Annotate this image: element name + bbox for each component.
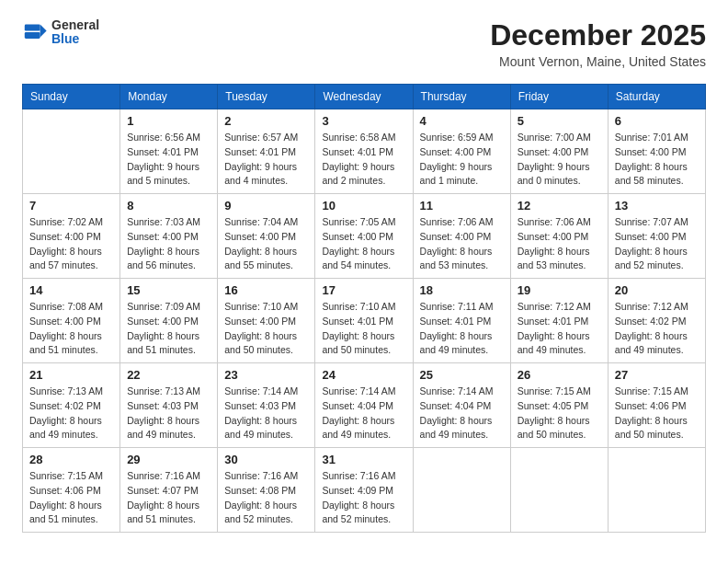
calendar-cell: 26Sunrise: 7:15 AMSunset: 4:05 PMDayligh…	[510, 363, 608, 448]
day-number: 3	[322, 114, 405, 128]
calendar-week-row: 7Sunrise: 7:02 AMSunset: 4:00 PMDaylight…	[23, 194, 706, 279]
day-number: 27	[615, 368, 699, 382]
day-number: 10	[322, 199, 405, 213]
day-info: Sunrise: 6:56 AMSunset: 4:01 PMDaylight:…	[127, 131, 210, 189]
calendar-cell: 15Sunrise: 7:09 AMSunset: 4:00 PMDayligh…	[120, 279, 218, 363]
day-info: Sunrise: 6:58 AMSunset: 4:01 PMDaylight:…	[322, 131, 405, 189]
weekday-header: Tuesday	[218, 85, 315, 109]
calendar-cell: 30Sunrise: 7:16 AMSunset: 4:08 PMDayligh…	[218, 448, 315, 533]
weekday-header-row: SundayMondayTuesdayWednesdayThursdayFrid…	[23, 85, 706, 109]
calendar-week-row: 14Sunrise: 7:08 AMSunset: 4:00 PMDayligh…	[23, 279, 706, 363]
day-number: 5	[518, 114, 601, 128]
calendar-week-row: 28Sunrise: 7:15 AMSunset: 4:06 PMDayligh…	[23, 448, 706, 533]
day-number: 30	[224, 453, 308, 466]
day-number: 22	[127, 368, 210, 382]
day-info: Sunrise: 7:13 AMSunset: 4:03 PMDaylight:…	[127, 385, 210, 442]
day-number: 23	[224, 368, 308, 382]
calendar-cell: 4Sunrise: 6:59 AMSunset: 4:00 PMDaylight…	[413, 109, 510, 194]
calendar-cell: 16Sunrise: 7:10 AMSunset: 4:00 PMDayligh…	[218, 279, 315, 363]
calendar-cell: 11Sunrise: 7:06 AMSunset: 4:00 PMDayligh…	[413, 194, 510, 279]
calendar-cell: 19Sunrise: 7:12 AMSunset: 4:01 PMDayligh…	[510, 279, 608, 363]
day-info: Sunrise: 7:16 AMSunset: 4:07 PMDaylight:…	[127, 469, 210, 527]
day-number: 31	[322, 453, 405, 466]
day-info: Sunrise: 7:07 AMSunset: 4:00 PMDaylight:…	[615, 215, 699, 273]
day-number: 12	[518, 199, 601, 213]
title-section: December 2025 Mount Vernon, Maine, Unite…	[490, 18, 706, 69]
day-number: 4	[420, 114, 504, 128]
calendar-cell: 27Sunrise: 7:15 AMSunset: 4:06 PMDayligh…	[608, 363, 705, 448]
calendar-cell	[608, 448, 705, 533]
calendar-cell: 6Sunrise: 7:01 AMSunset: 4:00 PMDaylight…	[608, 109, 705, 194]
day-info: Sunrise: 7:15 AMSunset: 4:06 PMDaylight:…	[29, 469, 113, 527]
calendar-cell: 18Sunrise: 7:11 AMSunset: 4:01 PMDayligh…	[413, 279, 510, 363]
calendar-cell: 22Sunrise: 7:13 AMSunset: 4:03 PMDayligh…	[120, 363, 218, 448]
day-info: Sunrise: 7:13 AMSunset: 4:02 PMDaylight:…	[29, 385, 113, 442]
calendar-cell: 24Sunrise: 7:14 AMSunset: 4:04 PMDayligh…	[315, 363, 413, 448]
calendar-cell: 2Sunrise: 6:57 AMSunset: 4:01 PMDaylight…	[218, 109, 315, 194]
weekday-header: Saturday	[608, 85, 705, 109]
page-header: General Blue December 2025 Mount Vernon,…	[22, 18, 706, 69]
calendar-cell: 13Sunrise: 7:07 AMSunset: 4:00 PMDayligh…	[608, 194, 705, 279]
calendar-cell: 23Sunrise: 7:14 AMSunset: 4:03 PMDayligh…	[218, 363, 315, 448]
day-info: Sunrise: 7:14 AMSunset: 4:03 PMDaylight:…	[224, 385, 308, 442]
day-number: 16	[224, 283, 308, 297]
logo-general: General	[51, 18, 99, 32]
day-info: Sunrise: 7:09 AMSunset: 4:00 PMDaylight:…	[127, 300, 210, 358]
weekday-header: Thursday	[413, 85, 510, 109]
day-info: Sunrise: 7:16 AMSunset: 4:08 PMDaylight:…	[224, 469, 308, 527]
day-info: Sunrise: 7:04 AMSunset: 4:00 PMDaylight:…	[224, 215, 308, 273]
day-number: 14	[29, 283, 113, 297]
day-number: 17	[322, 283, 405, 297]
day-number: 24	[322, 368, 405, 382]
day-number: 21	[29, 368, 113, 382]
calendar-cell	[510, 448, 608, 533]
day-info: Sunrise: 7:06 AMSunset: 4:00 PMDaylight:…	[518, 215, 601, 273]
calendar-cell	[23, 109, 120, 194]
day-info: Sunrise: 6:59 AMSunset: 4:00 PMDaylight:…	[420, 131, 504, 189]
day-number: 8	[127, 199, 210, 213]
day-number: 9	[224, 199, 308, 213]
calendar-cell: 17Sunrise: 7:10 AMSunset: 4:01 PMDayligh…	[315, 279, 413, 363]
day-number: 19	[518, 283, 601, 297]
calendar-table: SundayMondayTuesdayWednesdayThursdayFrid…	[22, 84, 706, 533]
calendar-week-row: 21Sunrise: 7:13 AMSunset: 4:02 PMDayligh…	[23, 363, 706, 448]
logo-blue: Blue	[51, 32, 99, 46]
month-year-title: December 2025	[490, 18, 706, 52]
location-subtitle: Mount Vernon, Maine, United States	[490, 54, 706, 69]
day-number: 26	[518, 368, 601, 382]
calendar-cell: 21Sunrise: 7:13 AMSunset: 4:02 PMDayligh…	[23, 363, 120, 448]
day-number: 11	[420, 199, 504, 213]
calendar-week-row: 1Sunrise: 6:56 AMSunset: 4:01 PMDaylight…	[23, 109, 706, 194]
day-number: 1	[127, 114, 210, 128]
calendar-cell: 9Sunrise: 7:04 AMSunset: 4:00 PMDaylight…	[218, 194, 315, 279]
day-info: Sunrise: 7:12 AMSunset: 4:01 PMDaylight:…	[518, 300, 601, 358]
day-info: Sunrise: 7:11 AMSunset: 4:01 PMDaylight:…	[420, 300, 504, 358]
svg-rect-3	[25, 32, 40, 39]
calendar-cell: 3Sunrise: 6:58 AMSunset: 4:01 PMDaylight…	[315, 109, 413, 194]
day-number: 20	[615, 283, 699, 297]
weekday-header: Monday	[120, 85, 218, 109]
day-number: 29	[127, 453, 210, 466]
calendar-cell	[413, 448, 510, 533]
weekday-header: Sunday	[23, 85, 120, 109]
day-info: Sunrise: 7:12 AMSunset: 4:02 PMDaylight:…	[615, 300, 699, 358]
svg-marker-1	[40, 25, 47, 38]
day-info: Sunrise: 7:10 AMSunset: 4:00 PMDaylight:…	[224, 300, 308, 358]
day-number: 15	[127, 283, 210, 297]
calendar-cell: 31Sunrise: 7:16 AMSunset: 4:09 PMDayligh…	[315, 448, 413, 533]
calendar-cell: 28Sunrise: 7:15 AMSunset: 4:06 PMDayligh…	[23, 448, 120, 533]
day-number: 28	[29, 453, 113, 466]
calendar-cell: 14Sunrise: 7:08 AMSunset: 4:00 PMDayligh…	[23, 279, 120, 363]
day-number: 2	[224, 114, 308, 128]
logo-text: General Blue	[51, 18, 99, 47]
day-info: Sunrise: 7:15 AMSunset: 4:05 PMDaylight:…	[518, 385, 601, 442]
day-info: Sunrise: 7:05 AMSunset: 4:00 PMDaylight:…	[322, 215, 405, 273]
day-info: Sunrise: 7:08 AMSunset: 4:00 PMDaylight:…	[29, 300, 113, 358]
calendar-cell: 20Sunrise: 7:12 AMSunset: 4:02 PMDayligh…	[608, 279, 705, 363]
logo: General Blue	[22, 18, 99, 47]
day-number: 25	[420, 368, 504, 382]
day-info: Sunrise: 7:14 AMSunset: 4:04 PMDaylight:…	[322, 385, 405, 442]
calendar-cell: 7Sunrise: 7:02 AMSunset: 4:00 PMDaylight…	[23, 194, 120, 279]
day-number: 13	[615, 199, 699, 213]
calendar-cell: 10Sunrise: 7:05 AMSunset: 4:00 PMDayligh…	[315, 194, 413, 279]
